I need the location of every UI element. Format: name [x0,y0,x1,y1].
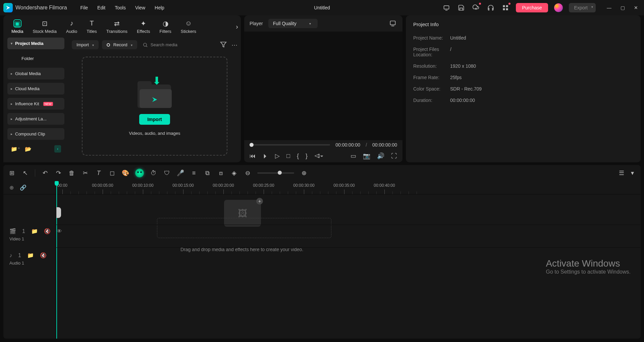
prev-frame-button[interactable]: ⏮ [250,153,256,160]
timeline-canvas[interactable]: 00:0000:00:05:0000:00:10:0000:00:15:0000… [56,181,641,339]
voiceover-icon[interactable]: 🎤 [177,169,184,177]
marker-icon[interactable]: 🛡 [163,169,171,177]
import-dropdown[interactable]: Import [72,40,99,49]
zoom-out-icon[interactable]: ⊖ [244,169,251,177]
timeline-drop-region[interactable] [157,218,331,238]
group-icon[interactable]: ⧈ [217,169,224,177]
export-button[interactable]: Export [569,3,596,12]
tab-stock-media[interactable]: ⊡Stock Media [29,18,60,35]
tab-effects[interactable]: ✦Effects [133,18,154,35]
tabs-scroll-right[interactable]: › [236,23,238,31]
track-options-icon[interactable]: ▾ [629,169,636,177]
video-track-header[interactable]: 🎬1📁🔇👁 Video 1 [3,225,56,245]
keyframe-icon[interactable]: ◈ [230,169,238,177]
user-avatar[interactable] [554,3,563,12]
tree-project-media[interactable]: ▾Project Media [7,38,64,49]
timeline-toolbar: ⊞ ↖ ↶ ↷ 🗑 ✂ T ◻ 🎨 ⏱ 🛡 🎤 ≡ ⧉ ⧈ ◈ ⊖ ⊕ ☰ ▾ [3,165,641,181]
layout-icon[interactable]: ⊞ [8,169,15,177]
timeline-ruler[interactable]: 00:0000:00:05:0000:00:10:0000:00:15:0000… [56,181,641,194]
track-height-icon[interactable]: ☰ [618,169,625,177]
tree-global-media[interactable]: ▸Global Media [7,68,64,79]
menu-file[interactable]: File [80,5,88,10]
new-folder-icon[interactable]: 📁⁺ [11,146,20,152]
fullscreen-icon[interactable]: ⛶ [391,153,397,160]
headphones-icon[interactable] [486,3,495,12]
playhead[interactable] [56,181,57,339]
split-icon[interactable]: ⧉ [204,169,211,177]
open-folder-icon[interactable]: 📂 [25,146,32,152]
menu-edit[interactable]: Edit [97,5,105,10]
crop-icon[interactable]: ◻ [108,169,116,177]
folder-graphic: ⬇ [136,76,173,108]
svg-marker-9 [221,42,226,47]
info-key-duration: Duration: [413,98,450,103]
ai-assistant-icon[interactable] [135,169,144,177]
timeline-handle[interactable] [56,207,61,218]
tree-compound-clip[interactable]: ▸Compound Clip [7,128,64,140]
mark-out-button[interactable]: } [306,153,308,160]
redo-icon[interactable]: ↷ [55,169,62,177]
tab-media[interactable]: ▣Media [8,18,26,35]
audio-track-header[interactable]: ♪1📁🔇 Audio 1 [3,249,56,269]
speed-icon[interactable]: ⏱ [150,169,157,177]
track-mute-icon[interactable]: 🔇 [40,252,47,259]
device-icon[interactable] [442,3,451,12]
zoom-slider[interactable] [257,172,294,174]
compare-view-icon[interactable]: ▭ [351,152,356,160]
import-button[interactable]: Import [139,114,170,125]
record-dropdown[interactable]: Record [102,40,137,49]
quality-dropdown[interactable]: Full Quality▾ [268,19,318,28]
link-tracks-icon[interactable]: 🔗 [20,184,26,191]
svg-marker-0 [6,6,10,10]
minimize-button[interactable]: — [604,3,614,12]
tree-adjustment-layer[interactable]: ▸Adjustment La... [7,113,64,125]
player-settings-icon[interactable] [388,19,397,28]
filter-icon[interactable] [220,41,227,49]
track-mute-icon[interactable]: 🔇 [44,228,51,234]
cloud-icon[interactable] [472,3,480,12]
volume-icon[interactable]: 🔊 [377,152,384,160]
stop-button[interactable]: □ [286,153,290,160]
player-viewport[interactable] [244,32,402,140]
save-icon[interactable] [457,3,466,12]
track-folder-icon[interactable]: 📁 [27,252,34,259]
add-track-icon[interactable]: ⊕ [9,184,14,191]
project-info-panel: Project Info Project Name:Untitled Proje… [406,15,641,162]
tab-transitions[interactable]: ⇄Transitions [103,18,131,35]
mark-in-button[interactable]: { [297,153,299,160]
tab-titles[interactable]: TTitles [83,18,100,35]
maximize-button[interactable]: ▢ [618,3,627,12]
select-tool-icon[interactable]: ↖ [21,169,29,177]
tab-audio[interactable]: ♪Audio [63,18,80,35]
more-options-icon[interactable]: ⋯ [231,41,237,49]
tab-stickers[interactable]: ☺Stickers [177,18,200,35]
snapshot-icon[interactable]: 📷 [363,152,370,160]
step-back-button[interactable]: ⏵ [262,153,268,160]
marker-dropdown[interactable]: ⏿▾ [314,153,323,160]
tree-influence-kit[interactable]: ▸Influence KitNEW [7,98,64,110]
text-tool-icon[interactable]: T [95,169,102,177]
play-button[interactable]: ▷ [275,152,280,160]
purchase-button[interactable]: Purchase [516,3,548,12]
menu-help[interactable]: Help [155,5,164,10]
audio-mixer-icon[interactable]: ≡ [190,169,198,177]
tab-filters[interactable]: ◑Filters [156,18,174,35]
collapse-tree-button[interactable]: ‹ [54,145,61,153]
cut-icon[interactable]: ✂ [82,169,89,177]
player-panel: Player Full Quality▾ 00:00:00:00 / 00:00… [244,15,402,162]
zoom-in-icon[interactable]: ⊕ [300,169,308,177]
menu-view[interactable]: View [135,5,145,10]
undo-icon[interactable]: ↶ [41,169,49,177]
media-drop-zone[interactable]: ⬇ Import Videos, audio, and images [82,57,227,156]
apps-grid-icon[interactable] [501,3,510,12]
close-button[interactable]: ✕ [631,3,641,12]
delete-icon[interactable]: 🗑 [68,169,75,177]
record-icon [107,43,110,47]
color-icon[interactable]: 🎨 [122,169,129,177]
seek-slider[interactable] [250,144,330,146]
track-folder-icon[interactable]: 📁 [31,228,38,234]
tree-cloud-media[interactable]: ▸Cloud Media [7,83,64,95]
search-input[interactable]: Search media [141,42,217,48]
tree-folder[interactable]: Folder [13,53,64,64]
menu-tools[interactable]: Tools [115,5,126,10]
